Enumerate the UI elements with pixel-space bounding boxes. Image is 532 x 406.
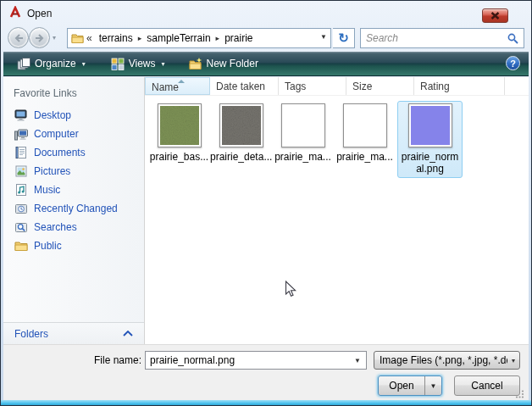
thumbnail-frame — [281, 103, 325, 147]
sidebar-item-computer[interactable]: Computer — [3, 125, 144, 143]
file-name-label: prairie_ma... — [272, 151, 334, 163]
file-tile-prairie-detail[interactable]: prairie_deta... — [210, 101, 272, 163]
search-icon — [507, 33, 518, 44]
refresh-button[interactable]: ↻ — [333, 28, 355, 48]
thumbnail-frame — [219, 103, 263, 147]
breadcrumb-dropdown-icon[interactable]: ▼ — [320, 33, 327, 41]
new-folder-button[interactable]: New Folder — [182, 55, 265, 73]
column-header-size[interactable]: Size — [346, 77, 414, 95]
breadcrumb[interactable]: « terrains ▸ sampleTerrain ▸ prairie ▼ — [67, 28, 331, 48]
sidebar-item-label: Searches — [34, 221, 77, 233]
file-list-pane: Name Date taken Tags Size Rating — [145, 77, 529, 344]
search-placeholder: Search — [366, 32, 507, 44]
file-name-input[interactable]: prairie_normal.png ▼ — [145, 351, 367, 370]
organize-icon — [17, 58, 30, 70]
public-folder-icon — [14, 239, 28, 253]
folders-expander[interactable]: Folders — [3, 322, 144, 344]
sidebar-item-documents[interactable]: Documents — [3, 143, 144, 162]
column-header-rating[interactable]: Rating — [414, 77, 505, 95]
autocad-app-icon — [8, 6, 22, 22]
file-type-select[interactable]: Image Files (*.png, *.jpg, *.dds ▾ — [374, 351, 520, 370]
dialog-content: Favorite Links Desktop Computer Document… — [3, 77, 529, 344]
cancel-button[interactable]: Cancel — [454, 375, 520, 396]
purple-normal-map-thumbnail — [411, 106, 450, 145]
sidebar-item-label: Pictures — [34, 165, 70, 177]
file-name-label: prairie_ma... — [334, 151, 396, 163]
documents-icon — [14, 146, 28, 159]
thumbnail-frame — [158, 103, 202, 147]
back-button[interactable] — [8, 27, 29, 48]
close-icon — [490, 12, 500, 19]
column-header-date-taken[interactable]: Date taken — [210, 77, 279, 95]
chevron-up-icon — [123, 331, 133, 336]
breadcrumb-item-terrains[interactable]: terrains — [95, 32, 137, 44]
music-icon — [14, 183, 28, 197]
navigation-bar: ▾ « terrains ▸ sampleTerrain ▸ prairie ▼… — [1, 27, 531, 51]
file-name-field-label: File name: — [54, 354, 141, 366]
open-button[interactable]: Open — [379, 376, 424, 395]
breadcrumb-overflow[interactable]: « — [84, 32, 95, 44]
file-tile-prairie-map2[interactable]: prairie_ma... — [334, 101, 396, 163]
views-label: Views — [129, 58, 156, 70]
green-grass-thumbnail — [160, 106, 199, 145]
open-dropdown-button[interactable]: ▼ — [424, 376, 441, 395]
column-header-row: Name Date taken Tags Size Rating — [145, 77, 529, 96]
forward-button[interactable] — [29, 27, 50, 48]
favorite-links-heading: Favorite Links — [3, 77, 144, 106]
breadcrumb-item-sampleterrain[interactable]: sampleTerrain — [142, 32, 214, 44]
sidebar-item-desktop[interactable]: Desktop — [3, 106, 144, 125]
file-tile-prairie-normal-selected[interactable]: prairie_normal.png — [397, 101, 463, 178]
window-bottom-edge — [1, 400, 531, 405]
file-type-value: Image Files (*.png, *.jpg, *.dds — [380, 354, 507, 366]
organize-dropdown-icon: ▾ — [82, 60, 86, 68]
sidebar-item-public[interactable]: Public — [3, 236, 144, 255]
help-button[interactable]: ? — [506, 56, 520, 70]
thumbnail-frame — [343, 103, 387, 147]
views-button[interactable]: Views ▾ — [104, 55, 172, 73]
white-thumbnail — [284, 106, 323, 145]
command-toolbar: Organize ▾ Views ▾ New Folder ? — [3, 52, 529, 76]
organize-button[interactable]: Organize ▾ — [10, 55, 92, 73]
new-folder-label: New Folder — [207, 58, 258, 70]
file-name-value: prairie_normal.png — [150, 354, 349, 366]
folders-label: Folders — [14, 328, 48, 340]
dialog-footer: File name: prairie_normal.png ▼ Image Fi… — [3, 344, 529, 401]
folder-icon — [71, 32, 84, 44]
open-dialog-window: Open ▾ « terrains ▸ sampleTerrain ▸ prai… — [0, 0, 532, 406]
window-title: Open — [27, 8, 52, 19]
gray-noise-thumbnail — [222, 106, 261, 145]
column-header-name[interactable]: Name — [145, 77, 210, 95]
close-button[interactable] — [482, 8, 508, 23]
sidebar-item-label: Desktop — [34, 109, 71, 121]
mouse-cursor — [285, 281, 296, 298]
resize-grip[interactable] — [515, 389, 524, 398]
white-thumbnail — [346, 106, 385, 145]
searches-icon — [14, 220, 28, 234]
file-name-dropdown-icon[interactable]: ▼ — [349, 357, 366, 364]
sidebar-item-recently-changed[interactable]: Recently Changed — [3, 199, 144, 218]
sidebar-item-label: Music — [34, 184, 60, 196]
file-tile-prairie-map1[interactable]: prairie_ma... — [272, 101, 334, 163]
recently-changed-icon — [14, 202, 28, 215]
file-tile-prairie-base[interactable]: prairie_bas... — [148, 101, 210, 163]
computer-icon — [14, 127, 28, 141]
navigation-pane: Favorite Links Desktop Computer Document… — [3, 77, 145, 344]
nav-history-dropdown[interactable]: ▾ — [53, 34, 56, 42]
breadcrumb-item-prairie[interactable]: prairie — [220, 32, 257, 44]
help-icon: ? — [510, 58, 516, 69]
sidebar-item-music[interactable]: Music — [3, 181, 144, 199]
file-name-label: prairie_deta... — [210, 151, 272, 163]
search-input[interactable]: Search — [360, 28, 524, 48]
column-header-tags[interactable]: Tags — [279, 77, 346, 95]
organize-label: Organize — [35, 58, 76, 70]
column-header-filler — [505, 77, 529, 95]
views-icon — [111, 58, 125, 70]
new-folder-icon — [189, 58, 202, 70]
file-name-label: prairie_bas... — [148, 151, 210, 163]
sidebar-item-pictures[interactable]: Pictures — [3, 162, 144, 181]
open-dropdown-icon: ▼ — [430, 382, 437, 390]
sidebar-item-label: Computer — [34, 128, 79, 140]
sidebar-item-searches[interactable]: Searches — [3, 218, 144, 236]
sidebar-item-label: Public — [34, 240, 62, 252]
refresh-icon: ↻ — [338, 31, 349, 46]
